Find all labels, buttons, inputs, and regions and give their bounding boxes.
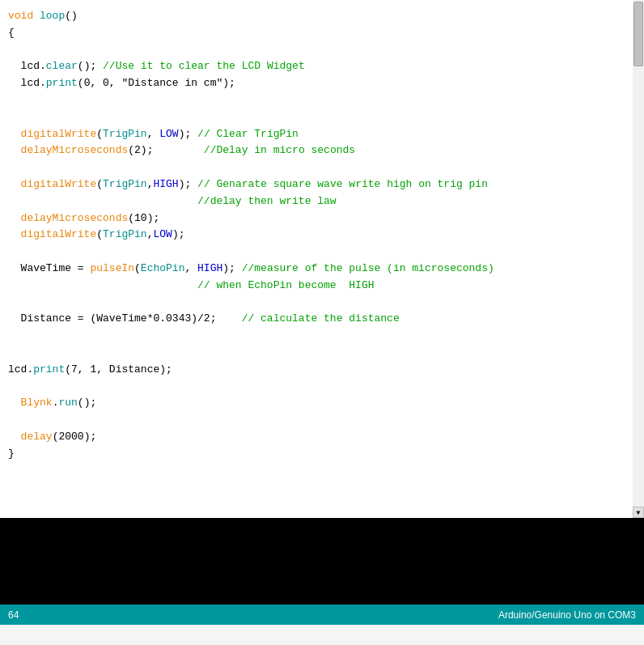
code-line bbox=[8, 109, 628, 126]
code-line bbox=[8, 412, 628, 429]
code-line: digitalWrite(TrigPin,HIGH); // Genarate … bbox=[8, 176, 628, 193]
code-line: digitalWrite(TrigPin, LOW); // Clear Tri… bbox=[8, 126, 628, 143]
code-line: WaveTime = pulseIn(EchoPin, HIGH); //mea… bbox=[8, 261, 628, 278]
code-content: void loop(){ lcd.clear(); //Use it to cl… bbox=[8, 8, 628, 510]
code-line: lcd.clear(); //Use it to clear the LCD W… bbox=[8, 58, 628, 75]
code-line bbox=[8, 295, 628, 312]
code-line: lcd.print(0, 0, "Distance in cm"); bbox=[8, 75, 628, 92]
code-line: delayMicroseconds(10); bbox=[8, 210, 628, 227]
code-line: delay(2000); bbox=[8, 429, 628, 446]
code-line bbox=[8, 92, 628, 109]
scrollbar-down-button[interactable]: ▼ bbox=[633, 507, 644, 518]
code-editor[interactable]: void loop(){ lcd.clear(); //Use it to cl… bbox=[0, 0, 644, 518]
code-line: } bbox=[8, 446, 628, 463]
scrollbar-thumb[interactable] bbox=[633, 2, 643, 66]
code-line: //delay then write law bbox=[8, 193, 628, 210]
code-line bbox=[8, 379, 628, 396]
code-line: lcd.print(7, 1, Distance); bbox=[8, 362, 628, 379]
code-line: digitalWrite(TrigPin,LOW); bbox=[8, 227, 628, 244]
code-line: void loop() bbox=[8, 8, 628, 25]
code-line: Blynk.run(); bbox=[8, 395, 628, 412]
board-info: Arduino/Genuino Uno on COM3 bbox=[498, 609, 636, 621]
code-line bbox=[8, 159, 628, 176]
code-line: // when EchoPin become HIGH bbox=[8, 278, 628, 295]
status-bar: 64 Arduino/Genuino Uno on COM3 bbox=[0, 605, 644, 625]
code-line bbox=[8, 328, 628, 345]
line-number: 64 bbox=[8, 609, 19, 621]
code-line bbox=[8, 244, 628, 261]
serial-monitor-panel bbox=[0, 518, 644, 605]
code-line bbox=[8, 42, 628, 59]
code-line: delayMicroseconds(2); //Delay in micro s… bbox=[8, 142, 628, 159]
code-line bbox=[8, 345, 628, 362]
code-line: Distance = (WaveTime*0.0343)/2; // calcu… bbox=[8, 311, 628, 328]
code-line: { bbox=[8, 25, 628, 42]
scrollbar[interactable]: ▼ bbox=[633, 0, 644, 518]
